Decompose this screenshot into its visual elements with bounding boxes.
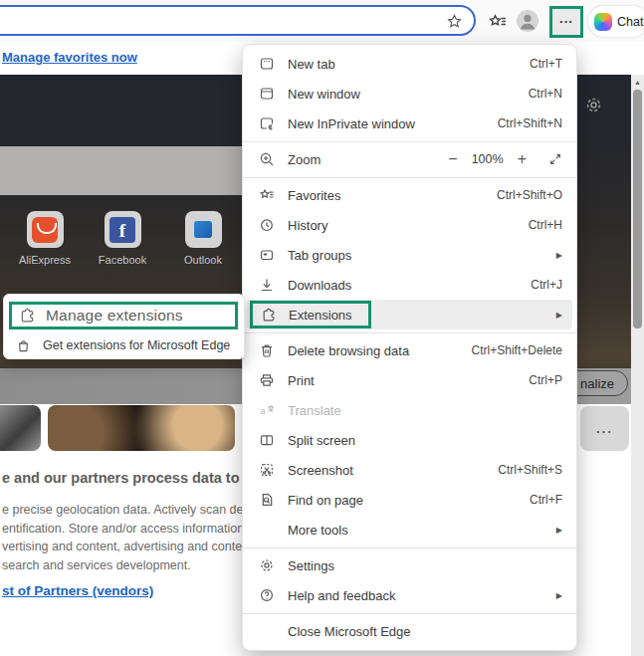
menu-divider: [243, 547, 576, 548]
extensions-icon: [19, 308, 36, 324]
zoom-level-value: 100%: [466, 152, 510, 166]
favorites-toolbar-button[interactable]: [486, 10, 510, 34]
menu-item-extensions[interactable]: Extensions ▶: [247, 300, 572, 329]
tab-groups-icon: [259, 247, 276, 263]
svg-text:a: a: [261, 406, 266, 416]
favorites-star-lines-icon: [488, 12, 508, 32]
profile-avatar-icon: [516, 8, 539, 34]
newtab-search-band: [0, 146, 242, 195]
submenu-arrow-icon: ▶: [556, 526, 562, 535]
page-settings-gear-icon[interactable]: [584, 96, 603, 114]
edge-settings-menu: New tab Ctrl+T New window Ctrl+N New InP…: [242, 44, 577, 651]
new-window-icon: [259, 86, 276, 102]
settings-gear-icon: [259, 557, 276, 573]
browser-toolbar: ... Chat: [0, 0, 644, 42]
ellipsis-icon: ...: [559, 14, 573, 30]
shortcut-outlook[interactable]: Outlook: [170, 211, 236, 266]
settings-and-more-button[interactable]: ...: [549, 6, 583, 38]
shortcut-label: AliExpress: [12, 254, 78, 266]
menu-item-favorites[interactable]: Favorites Ctrl+Shift+O: [243, 180, 576, 210]
menu-divider: [243, 141, 576, 142]
menu-item-new-window[interactable]: New window Ctrl+N: [243, 79, 576, 109]
shortcut-label: Outlook: [170, 254, 236, 266]
submenu-arrow-icon: ▶: [556, 251, 562, 260]
news-image-left: [0, 405, 41, 451]
shortcut-facebook[interactable]: f Facebook: [90, 211, 155, 266]
split-screen-icon: [259, 432, 276, 448]
facebook-icon: f: [109, 217, 135, 243]
add-favorite-star-icon[interactable]: [446, 13, 463, 30]
menu-item-close-microsoft-edge[interactable]: Close Microsoft Edge: [243, 616, 576, 646]
menu-item-settings[interactable]: Settings: [243, 550, 576, 580]
menu-item-history[interactable]: History Ctrl+H: [243, 210, 576, 240]
chat-button[interactable]: Chat: [588, 6, 644, 37]
screenshot-icon: [259, 462, 276, 478]
menu-item-help-and-feedback[interactable]: Help and feedback ▶: [243, 580, 576, 610]
zoom-in-button[interactable]: +: [510, 150, 535, 168]
new-tab-icon: [259, 56, 276, 72]
menu-item-more-tools[interactable]: More tools ▶: [243, 515, 576, 545]
submenu-item-manage-extensions[interactable]: Manage extensions: [4, 298, 244, 332]
menu-item-zoom: Zoom − 100% +: [243, 144, 576, 174]
menu-item-new-inprivate-window[interactable]: New InPrivate window Ctrl+Shift+N: [243, 109, 576, 138]
menu-item-delete-browsing-data[interactable]: Delete browsing data Ctrl+Shift+Delete: [243, 335, 576, 365]
menu-item-new-tab[interactable]: New tab Ctrl+T: [243, 49, 576, 79]
card-more-button[interactable]: ...: [580, 406, 629, 451]
fullscreen-icon[interactable]: [548, 152, 562, 166]
icon-spacer: [259, 522, 276, 538]
help-icon: [259, 587, 276, 603]
extensions-highlight-box: Extensions: [250, 301, 371, 328]
downloads-icon: [259, 277, 276, 293]
submenu-arrow-icon: ▶: [556, 311, 562, 320]
history-icon: [259, 217, 276, 233]
menu-item-downloads[interactable]: Downloads Ctrl+J: [243, 270, 576, 300]
page-scrollbar[interactable]: ▲: [631, 75, 644, 656]
delete-icon: [259, 342, 276, 358]
news-image-faces: [48, 405, 235, 451]
menu-item-translate: a Translate: [243, 395, 576, 425]
manage-favorites-link[interactable]: Manage favorites now: [2, 50, 137, 65]
scrollbar-up-arrow-icon[interactable]: ▲: [631, 75, 644, 86]
menu-divider: [243, 613, 576, 614]
shortcut-aliexpress[interactable]: AliExpress: [12, 211, 78, 266]
find-on-page-icon: [259, 492, 276, 508]
outlook-tile: [185, 211, 222, 248]
address-bar[interactable]: [0, 5, 476, 36]
shortcut-label: Facebook: [90, 254, 155, 266]
submenu-item-get-extensions[interactable]: Get extensions for Microsoft Edge: [4, 332, 244, 358]
menu-item-print[interactable]: Print Ctrl+P: [243, 365, 576, 395]
menu-item-split-screen[interactable]: Split screen: [243, 425, 576, 455]
icon-spacer: [259, 623, 276, 639]
extensions-icon: [261, 307, 278, 323]
submenu-arrow-icon: ▶: [556, 591, 562, 600]
aliexpress-tile: [27, 211, 64, 248]
menu-divider: [243, 177, 576, 178]
menu-divider: [243, 332, 576, 333]
aliexpress-icon: [32, 217, 58, 243]
zoom-icon: [259, 151, 276, 167]
copilot-chat-icon: [594, 13, 612, 31]
print-icon: [259, 372, 276, 388]
partners-vendors-link[interactable]: st of Partners (vendors): [2, 583, 153, 598]
facebook-tile: f: [105, 211, 141, 248]
edge-window: AliExpress f Facebook Outlook nalize ...…: [0, 0, 644, 656]
menu-item-screenshot[interactable]: Screenshot Ctrl+Shift+S: [243, 455, 576, 485]
zoom-out-button[interactable]: −: [440, 150, 465, 168]
outlook-icon: [194, 221, 212, 238]
menu-item-find-on-page[interactable]: Find on page Ctrl+F: [243, 485, 576, 515]
favorites-icon: [259, 187, 276, 203]
chat-button-label: Chat: [617, 15, 643, 29]
profile-avatar-button[interactable]: [516, 9, 539, 33]
inprivate-icon: [259, 115, 276, 131]
manage-extensions-highlight-box: Manage extensions: [9, 302, 238, 329]
scrollbar-thumb[interactable]: [633, 90, 642, 328]
shopping-bag-icon: [16, 337, 33, 353]
extensions-submenu: Manage extensions Get extensions for Mic…: [3, 294, 245, 359]
translate-icon: a: [259, 402, 276, 418]
menu-item-tab-groups[interactable]: Tab groups ▶: [243, 240, 576, 270]
